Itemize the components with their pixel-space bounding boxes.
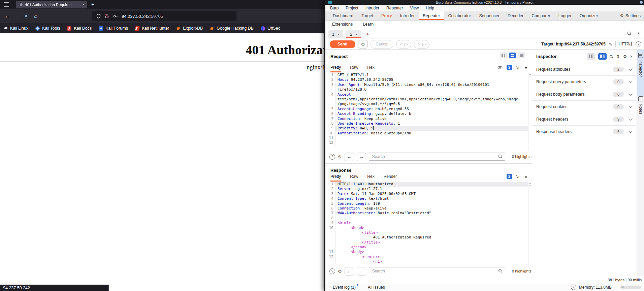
- collapse-all-icon[interactable]: ⇕: [616, 54, 620, 59]
- repeater-tab-2[interactable]: 2×: [346, 30, 361, 38]
- help-icon[interactable]: ?: [329, 154, 335, 160]
- inspector-section-body-params[interactable]: Request body parameters0: [532, 88, 636, 101]
- tab-proxy[interactable]: Proxy: [377, 11, 396, 20]
- search-settings-gear-icon[interactable]: ⚙: [338, 269, 342, 274]
- bookmark-exploit-db[interactable]: Exploit-DB: [176, 26, 203, 31]
- tab-organizer[interactable]: Organizer: [576, 11, 602, 20]
- tab-comparer[interactable]: Comparer: [527, 11, 554, 20]
- cancel-button[interactable]: Cancel: [371, 40, 393, 48]
- editor-menu-icon[interactable]: ≡: [524, 174, 527, 179]
- edit-target-pencil-icon[interactable]: ✎: [609, 42, 612, 47]
- bookmark-google-hacking-db[interactable]: Google Hacking DB: [210, 26, 254, 31]
- inspector-section-response-headers[interactable]: Response headers6: [532, 126, 636, 138]
- http-version-selector[interactable]: HTTP/1: [619, 42, 633, 46]
- request-tab-raw[interactable]: Raw: [350, 64, 358, 72]
- request-editor[interactable]: 1GET / HTTP/1.12Host: 94.237.50.242:5970…: [325, 73, 532, 151]
- response-tab-render[interactable]: Render: [384, 173, 397, 182]
- more-options-icon[interactable]: ⋮: [636, 31, 641, 36]
- tab-target[interactable]: Target: [357, 11, 377, 20]
- inspector-section-request-attributes[interactable]: Request attributes2: [532, 63, 636, 76]
- syntax-highlight-icon[interactable]: S: [507, 174, 512, 179]
- hide-eye-icon[interactable]: [497, 65, 503, 69]
- tab-dashboard[interactable]: Dashboard: [329, 11, 357, 20]
- request-tab-hex[interactable]: Hex: [367, 64, 374, 72]
- menu-intruder[interactable]: Intruder: [365, 6, 379, 10]
- syntax-highlight-icon[interactable]: S: [507, 65, 512, 70]
- expand-all-icon[interactable]: ⇅: [610, 54, 613, 59]
- inspector-section-query-params[interactable]: Request query parameters0: [532, 76, 636, 88]
- shield-icon[interactable]: [96, 14, 101, 19]
- add-repeater-tab-button[interactable]: +: [366, 31, 369, 37]
- show-newlines-icon[interactable]: \n: [516, 65, 520, 70]
- bookmark-kali-tools[interactable]: Kali Tools: [35, 26, 60, 31]
- bookmark-offsec[interactable]: OffSec: [261, 26, 280, 31]
- insecure-lock-icon[interactable]: [105, 14, 109, 19]
- tab-settings[interactable]: ⚙Settings: [616, 11, 644, 20]
- tab-extensions[interactable]: Extensions: [332, 22, 353, 27]
- all-issues-button[interactable]: All issues: [368, 285, 385, 290]
- tab-intruder[interactable]: Intruder: [396, 11, 419, 20]
- menu-project[interactable]: Project: [346, 6, 358, 10]
- search-settings-gear-icon[interactable]: ⚙: [338, 154, 342, 159]
- response-tab-raw[interactable]: Raw: [350, 173, 358, 182]
- close-icon[interactable]: ×: [630, 54, 633, 59]
- side-tab-notes[interactable]: Notes: [637, 94, 644, 130]
- menu-view[interactable]: View: [410, 6, 419, 10]
- history-forward-button[interactable]: >▾: [414, 40, 429, 48]
- tab-sequencer[interactable]: Sequencer: [475, 11, 503, 20]
- menu-help[interactable]: Help: [426, 6, 434, 10]
- tab-repeater[interactable]: Repeater: [419, 11, 444, 20]
- request-tab-pretty[interactable]: Pretty: [330, 64, 341, 72]
- response-tab-hex[interactable]: Hex: [367, 173, 374, 182]
- side-tab-inspector[interactable]: Inspector: [637, 50, 644, 96]
- new-tab-button[interactable]: +: [91, 2, 94, 8]
- home-icon[interactable]: ⌂: [31, 13, 40, 19]
- menu-repeater[interactable]: Repeater: [386, 6, 403, 10]
- repeater-tab-1[interactable]: 1×: [328, 30, 343, 38]
- inspector-wide-toggle[interactable]: [598, 53, 607, 60]
- tab-decoder[interactable]: Decoder: [504, 11, 527, 20]
- search-previous-button[interactable]: ←: [345, 153, 354, 161]
- search-previous-button[interactable]: ←: [345, 267, 354, 276]
- search-next-button[interactable]: →: [357, 267, 366, 276]
- layout-columns-button[interactable]: [500, 53, 507, 58]
- tab-logger[interactable]: Logger: [554, 11, 576, 20]
- search-next-button[interactable]: →: [357, 153, 366, 161]
- bookmark-kali-docs[interactable]: Kali Docs: [67, 26, 92, 31]
- history-back-button[interactable]: <▾: [396, 40, 411, 48]
- firefox-view-icon[interactable]: [4, 2, 9, 7]
- tab-learn[interactable]: Learn: [363, 22, 374, 27]
- inspector-section-request-headers[interactable]: Request headers9: [532, 113, 636, 126]
- panel-splitter[interactable]: [325, 163, 532, 164]
- stop-icon[interactable]: ×: [22, 13, 31, 19]
- info-icon[interactable]: i: [571, 285, 576, 290]
- send-settings-button[interactable]: ⚙: [358, 40, 368, 48]
- response-scroll-markers[interactable]: [528, 182, 532, 265]
- menu-burp[interactable]: Burp: [330, 6, 339, 10]
- close-icon[interactable]: ×: [355, 32, 357, 36]
- response-tab-pretty[interactable]: Pretty: [330, 173, 341, 182]
- event-log-button[interactable]: Event log (1): [333, 285, 356, 290]
- help-icon[interactable]: ?: [636, 41, 641, 47]
- editor-menu-icon[interactable]: ≡: [524, 65, 527, 70]
- send-button[interactable]: Send: [330, 40, 355, 48]
- url-text[interactable]: 94.237.50.242:59705: [122, 14, 163, 19]
- burp-title-bar[interactable]: Burp Suite Community Edition v2024.10.3 …: [325, 0, 644, 5]
- layout-single-button[interactable]: [518, 53, 525, 58]
- response-editor[interactable]: 1HTTP/1.1 401 Unauthorized2Server: nginx…: [325, 182, 532, 265]
- bookmark-kali-forums[interactable]: Kali Forums: [99, 26, 128, 31]
- gear-icon[interactable]: ⚙: [623, 54, 627, 59]
- close-icon[interactable]: ×: [337, 32, 340, 36]
- search-icon[interactable]: [627, 31, 632, 36]
- url-bar[interactable]: 94.237.50.242:59705: [92, 11, 236, 21]
- help-icon[interactable]: ?: [329, 268, 335, 274]
- browser-tab[interactable]: 401 Authorization Required ×: [16, 1, 87, 8]
- key-icon[interactable]: [113, 14, 118, 18]
- request-search-input[interactable]: [369, 153, 505, 161]
- layout-rows-button[interactable]: [509, 53, 516, 58]
- bookmark-kali-nethunter[interactable]: Kali NetHunter: [135, 26, 169, 31]
- request-scroll-markers[interactable]: [528, 73, 532, 151]
- bookmark-kali-linux[interactable]: Kali Linux: [3, 26, 28, 31]
- tab-collaborator[interactable]: Collaborator: [444, 11, 475, 20]
- tab-close-icon[interactable]: ×: [82, 2, 85, 7]
